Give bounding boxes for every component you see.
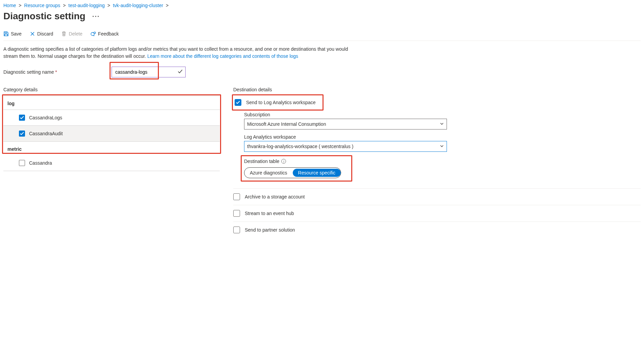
category-row-cassandra-logs[interactable]: CassandraLogs bbox=[3, 110, 220, 126]
delete-button: Delete bbox=[61, 31, 82, 37]
delete-icon bbox=[61, 31, 67, 37]
category-details-heading: Category details bbox=[3, 87, 220, 92]
save-label: Save bbox=[11, 31, 22, 37]
setting-name-input[interactable] bbox=[112, 67, 186, 77]
subscription-label: Subscription bbox=[244, 112, 641, 117]
destination-details-column: Destination details Send to Log Analytic… bbox=[233, 77, 641, 238]
breadcrumb: Home > Resource groups > test-audit-logg… bbox=[3, 3, 641, 8]
category-details-column: Category details log CassandraLogs Cassa… bbox=[3, 77, 220, 171]
workspace-label: Log Analytics workspace bbox=[244, 134, 641, 140]
breadcrumb-sep: > bbox=[108, 3, 110, 8]
breadcrumb-group[interactable]: test-audit-logging bbox=[68, 3, 104, 8]
setting-name-input-wrap bbox=[112, 67, 186, 77]
dest-table-label-text: Destination table bbox=[244, 159, 279, 164]
dest-table-toggle[interactable]: Azure diagnostics Resource specific bbox=[244, 167, 341, 178]
metric-group-heading: metric bbox=[3, 142, 220, 155]
chevron-down-icon bbox=[440, 121, 444, 127]
chevron-down-icon bbox=[440, 144, 444, 149]
dest-eventhub-label: Stream to an event hub bbox=[245, 211, 294, 216]
log-categories-section: log CassandraLogs CassandraAudit bbox=[3, 96, 220, 142]
checkbox-cassandra-metric[interactable] bbox=[19, 160, 25, 166]
toolbar: Save Discard Delete Feedback bbox=[3, 31, 641, 41]
log-group-heading: log bbox=[3, 96, 220, 110]
dest-table-label: Destination table i bbox=[244, 159, 341, 164]
checkbox-archive-storage[interactable] bbox=[233, 193, 240, 200]
metric-categories-section: metric Cassandra bbox=[3, 142, 220, 171]
setting-name-label-text: Diagnostic setting name bbox=[3, 69, 54, 75]
page-title-text: Diagnostic setting bbox=[3, 11, 86, 22]
workspace-select[interactable]: thvankra-log-analytics-workspace ( westc… bbox=[244, 141, 447, 152]
discard-icon bbox=[30, 31, 35, 37]
more-icon[interactable]: ··· bbox=[92, 13, 100, 20]
category-label: CassandraLogs bbox=[29, 115, 62, 120]
description-text: A diagnostic setting specifies a list of… bbox=[3, 46, 358, 60]
breadcrumb-sep: > bbox=[19, 3, 21, 8]
dest-eventhub-row[interactable]: Stream to an event hub bbox=[233, 205, 641, 222]
breadcrumb-cluster[interactable]: tvk-audit-logging-cluster bbox=[113, 3, 163, 8]
info-icon[interactable]: i bbox=[281, 159, 286, 164]
setting-name-label: Diagnostic setting name * bbox=[3, 69, 112, 75]
subscription-value: Microsoft Azure Internal Consumption bbox=[247, 121, 326, 127]
workspace-value: thvankra-log-analytics-workspace ( westc… bbox=[247, 144, 353, 149]
law-options: Subscription Microsoft Azure Internal Co… bbox=[233, 109, 641, 189]
subscription-select[interactable]: Microsoft Azure Internal Consumption bbox=[244, 119, 447, 129]
dest-storage-row[interactable]: Archive to a storage account bbox=[233, 189, 641, 205]
learn-more-link[interactable]: Learn more about the different log categ… bbox=[147, 53, 298, 59]
save-button[interactable]: Save bbox=[3, 31, 22, 37]
feedback-icon bbox=[91, 31, 96, 37]
dest-storage-label: Archive to a storage account bbox=[245, 194, 305, 199]
checkbox-cassandra-audit[interactable] bbox=[19, 131, 25, 137]
setting-name-row: Diagnostic setting name * bbox=[3, 67, 641, 77]
dest-law-label: Send to Log Analytics workspace bbox=[246, 100, 315, 105]
feedback-label: Feedback bbox=[98, 31, 119, 37]
feedback-button[interactable]: Feedback bbox=[91, 31, 119, 37]
discard-button[interactable]: Discard bbox=[30, 31, 53, 37]
dest-partner-label: Send to partner solution bbox=[245, 227, 295, 233]
valid-icon bbox=[177, 69, 183, 75]
required-indicator: * bbox=[55, 69, 57, 75]
category-label: CassandraAudit bbox=[29, 131, 63, 136]
delete-label: Delete bbox=[69, 31, 82, 37]
checkbox-stream-eventhub[interactable] bbox=[233, 210, 240, 217]
checkbox-send-partner[interactable] bbox=[233, 227, 240, 233]
category-label: Cassandra bbox=[29, 160, 52, 166]
breadcrumb-home[interactable]: Home bbox=[3, 3, 16, 8]
dest-law-row[interactable]: Send to Log Analytics workspace bbox=[233, 96, 322, 109]
dest-partner-row[interactable]: Send to partner solution bbox=[233, 222, 641, 238]
breadcrumb-resource-groups[interactable]: Resource groups bbox=[24, 3, 61, 8]
breadcrumb-sep: > bbox=[63, 3, 66, 8]
destination-details-heading: Destination details bbox=[233, 87, 641, 92]
category-row-cassandra-audit[interactable]: CassandraAudit bbox=[3, 126, 220, 142]
toggle-azure-diagnostics[interactable]: Azure diagnostics bbox=[244, 169, 293, 177]
checkbox-send-to-law[interactable] bbox=[235, 99, 241, 106]
toggle-resource-specific[interactable]: Resource specific bbox=[293, 169, 341, 177]
checkbox-cassandra-logs[interactable] bbox=[19, 115, 25, 121]
save-icon bbox=[3, 31, 9, 37]
discard-label: Discard bbox=[37, 31, 53, 37]
category-row-cassandra-metric[interactable]: Cassandra bbox=[3, 155, 220, 171]
page-title: Diagnostic setting ··· bbox=[3, 11, 641, 22]
breadcrumb-sep: > bbox=[166, 3, 169, 8]
